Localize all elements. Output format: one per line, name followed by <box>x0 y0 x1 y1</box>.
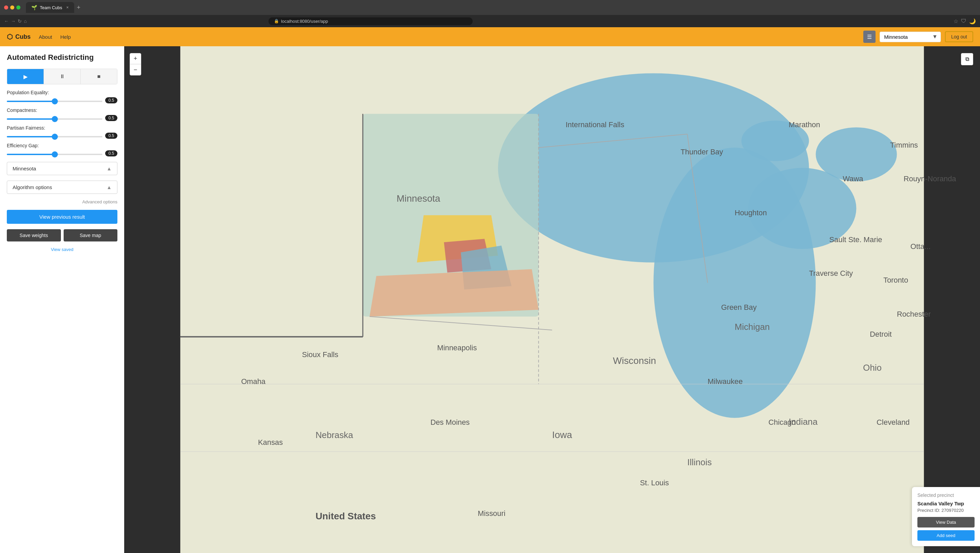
algorithm-dropdown-chevron-icon: ▲ <box>107 184 111 190</box>
maximize-window-button[interactable] <box>16 5 21 10</box>
compactness-track <box>7 115 102 121</box>
compactness-input[interactable] <box>7 118 102 120</box>
efficiency-gap-label: Efficiency Gap: <box>7 143 118 148</box>
traffic-lights <box>4 5 21 10</box>
back-button[interactable]: ← <box>4 18 9 24</box>
population-equality-slider-row: Population Equality: 0.5 <box>7 90 118 103</box>
svg-text:Green Bay: Green Bay <box>721 303 756 311</box>
svg-text:Thunder Bay: Thunder Bay <box>681 148 723 156</box>
bookmark-icon[interactable]: ☆ <box>953 18 958 24</box>
precinct-panel: Selected precinct Scandia Valley Twp Pre… <box>912 487 980 546</box>
bottom-buttons: Save weights Save map <box>7 229 118 242</box>
svg-text:Timmins: Timmins <box>890 141 918 149</box>
lock-icon: 🔒 <box>274 19 279 24</box>
precinct-panel-title: Selected precinct <box>917 493 975 498</box>
shield-icon: 🛡 <box>961 18 966 24</box>
home-button[interactable]: ⌂ <box>24 18 27 24</box>
population-equality-value: 0.5 <box>105 97 118 103</box>
tab-close-button[interactable]: × <box>66 5 69 10</box>
sidebar: Automated Redistricting ▶ ⏸ ■ Population… <box>0 46 124 553</box>
state-dropdown[interactable]: Minnesota ▲ <box>7 162 118 175</box>
svg-text:St. Louis: St. Louis <box>640 478 669 487</box>
new-tab-button[interactable]: + <box>77 4 81 11</box>
playback-controls: ▶ ⏸ ■ <box>7 69 118 84</box>
refresh-button[interactable]: ↻ <box>18 18 22 24</box>
svg-text:Chicago: Chicago <box>768 418 795 426</box>
partisan-fairness-track <box>7 133 102 139</box>
svg-text:Iowa: Iowa <box>552 429 572 440</box>
efficiency-gap-input[interactable] <box>7 154 102 155</box>
url-bar[interactable]: 🔒 localhost:8080/user/app <box>269 17 473 25</box>
minimize-window-button[interactable] <box>10 5 14 10</box>
layers-icon: ⧉ <box>966 56 969 62</box>
nav-about-link[interactable]: About <box>39 34 52 40</box>
population-equality-control: 0.5 <box>7 97 118 103</box>
partisan-fairness-label: Partisan Fairness: <box>7 125 118 130</box>
svg-text:Sault Ste. Marie: Sault Ste. Marie <box>829 235 882 244</box>
precinct-id: Precinct ID: 270970220 <box>917 508 975 513</box>
save-map-button[interactable]: Save map <box>64 229 118 242</box>
save-weights-button[interactable]: Save weights <box>7 229 61 242</box>
tab-favicon: 🌱 <box>31 5 37 10</box>
partisan-fairness-input[interactable] <box>7 136 102 137</box>
svg-text:Ohio: Ohio <box>863 363 882 372</box>
close-window-button[interactable] <box>4 5 8 10</box>
advanced-options-link[interactable]: Advanced options <box>7 199 118 204</box>
pause-button[interactable]: ⏸ <box>43 69 80 84</box>
logout-button[interactable]: Log out <box>945 31 973 42</box>
browser-toolbar-right: ☆ 🛡 🌙 <box>953 18 976 24</box>
precinct-name: Scandia Valley Twp <box>917 501 975 506</box>
url-text: localhost:8080/user/app <box>281 19 328 24</box>
efficiency-gap-value: 0.5 <box>105 150 118 156</box>
svg-text:Des Moines: Des Moines <box>430 418 469 426</box>
precinct-id-label: Precinct ID: <box>917 508 940 513</box>
night-mode-icon[interactable]: 🌙 <box>969 18 976 24</box>
view-saved-link[interactable]: View saved <box>7 247 118 252</box>
sidebar-title: Automated Redistricting <box>7 53 118 62</box>
svg-text:Illinois: Illinois <box>687 458 712 467</box>
main-content: Automated Redistricting ▶ ⏸ ■ Population… <box>0 46 980 553</box>
svg-text:Rouyn-Noranda: Rouyn-Noranda <box>904 175 956 183</box>
state-select[interactable]: Minnesota Wisconsin Michigan Iowa <box>880 32 941 42</box>
forward-button[interactable]: → <box>11 18 16 24</box>
play-button[interactable]: ▶ <box>7 69 43 84</box>
view-data-button[interactable]: View Data <box>917 517 975 528</box>
compactness-value: 0.5 <box>105 115 118 121</box>
svg-text:Otta...: Otta... <box>910 242 930 251</box>
svg-text:Wisconsin: Wisconsin <box>613 355 656 366</box>
map-svg: Minnesota Wisconsin Michigan Iowa Nebras… <box>124 46 980 553</box>
svg-text:Omaha: Omaha <box>241 377 266 386</box>
svg-text:Traverse City: Traverse City <box>809 269 853 278</box>
svg-marker-10 <box>369 269 539 317</box>
partisan-fairness-value: 0.5 <box>105 133 118 139</box>
zoom-in-button[interactable]: + <box>130 53 141 64</box>
svg-text:Wawa: Wawa <box>843 175 864 183</box>
svg-text:Houghton: Houghton <box>735 208 767 217</box>
svg-point-4 <box>816 127 897 181</box>
svg-text:United States: United States <box>315 511 376 521</box>
map-zoom-controls: + − <box>130 53 141 76</box>
add-seed-button[interactable]: Add seed <box>917 530 975 541</box>
population-equality-input[interactable] <box>7 101 102 102</box>
layers-button[interactable]: ⧉ <box>961 53 973 65</box>
brand: ⬡ Cubs <box>7 33 30 41</box>
svg-text:Detroit: Detroit <box>870 330 891 338</box>
algorithm-options-dropdown[interactable]: Algorithm options ▲ <box>7 181 118 194</box>
tab-title: Team Cubs <box>40 5 62 10</box>
svg-text:Sioux Falls: Sioux Falls <box>302 350 338 359</box>
zoom-out-button[interactable]: − <box>130 64 141 75</box>
menu-button[interactable]: ☰ <box>863 30 875 43</box>
svg-text:Toronto: Toronto <box>883 276 908 284</box>
active-tab[interactable]: 🌱 Team Cubs × <box>26 2 74 13</box>
svg-text:Minneapolis: Minneapolis <box>437 343 477 352</box>
slider-group: Population Equality: 0.5 Compactness: <box>7 90 118 156</box>
svg-text:Marathon: Marathon <box>789 121 820 129</box>
population-equality-track <box>7 97 102 103</box>
map-area: Minnesota Wisconsin Michigan Iowa Nebras… <box>124 46 980 553</box>
state-dropdown-label: Minnesota <box>13 165 36 172</box>
partisan-fairness-slider-row: Partisan Fairness: 0.5 <box>7 125 118 139</box>
stop-button[interactable]: ■ <box>80 69 117 84</box>
view-previous-result-button[interactable]: View previous result <box>7 210 118 224</box>
nav-help-link[interactable]: Help <box>60 34 71 40</box>
compactness-control: 0.5 <box>7 115 118 121</box>
